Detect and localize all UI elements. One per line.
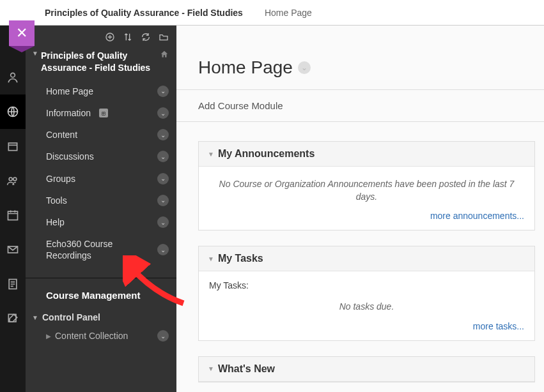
more-announcements-link[interactable]: more announcements... [209,211,524,221]
card-header[interactable]: ▼ What's New [199,357,534,382]
announcements-card: ▼ My Announcements No Course or Organiza… [198,141,535,230]
main-content: Home Page ⌄ Add Course Module ▼ My Annou… [176,26,544,392]
tasks-subheading: My Tasks: [209,280,524,290]
caret-icon: ▶ [46,333,55,340]
chevron-down-icon[interactable]: ⌄ [157,151,169,162]
breadcrumb-page[interactable]: Home Page [265,8,312,18]
nav-menu: Home Page⌄ Information⊞⌄ Content⌄ Discus… [26,80,176,275]
chevron-down-icon[interactable]: ⌄ [157,330,169,342]
add-icon[interactable] [105,32,115,42]
chevron-down-icon[interactable]: ⌄ [157,86,169,97]
add-course-module-button[interactable]: Add Course Module [176,90,544,121]
info-badge: ⊞ [99,109,108,117]
folder-icon[interactable] [159,32,169,42]
document-icon[interactable] [0,267,26,301]
chevron-down-icon[interactable]: ⌄ [157,129,169,140]
sidebar-item-groups[interactable]: Groups⌄ [26,168,176,190]
breadcrumb-course[interactable]: Principles of Quality Assurance - Field … [45,8,243,18]
calendar-icon[interactable] [0,198,26,232]
sidebar-item-tools[interactable]: Tools⌄ [26,190,176,211]
sidebar-item-information[interactable]: Information⊞⌄ [26,102,176,124]
card-title: What's New [218,363,275,375]
annotation-arrow [123,255,193,319]
gear-icon[interactable]: ⌄ [298,61,311,74]
chevron-down-icon[interactable]: ⌄ [157,216,169,228]
chevron-down-icon[interactable]: ⌄ [157,173,169,185]
course-title: Principles of Quality Assurance - Field … [41,50,160,74]
chevron-down-icon[interactable]: ⌄ [157,107,169,119]
chevron-down-icon[interactable]: ⌄ [157,195,169,206]
collapse-icon: ▼ [208,365,214,372]
collapse-icon: ▼ [208,151,214,158]
chevron-down-icon[interactable]: ⌄ [157,244,169,255]
close-tail [9,46,35,52]
reorder-icon[interactable] [123,32,133,42]
card-title: My Announcements [218,148,315,160]
svg-rect-2 [8,143,17,151]
svg-point-3 [9,177,12,181]
edit-icon[interactable] [0,301,26,336]
content-collection-row[interactable]: ▶ Content Collection ⌄ [26,326,176,345]
whats-new-card: ▼ What's New [198,356,535,382]
sidebar-item-content[interactable]: Content⌄ [26,124,176,146]
more-tasks-link[interactable]: more tasks... [209,321,524,331]
page-title: Home Page [198,57,293,78]
card-header[interactable]: ▼ My Tasks [199,246,534,271]
close-icon: ✕ [16,25,27,41]
course-header[interactable]: ▼ Principles of Quality Assurance - Fiel… [26,46,176,80]
sidebar: ▼ Principles of Quality Assurance - Fiel… [26,26,176,392]
sidebar-item-help[interactable]: Help⌄ [26,211,176,233]
page-title-row: Home Page ⌄ [176,26,544,89]
mail-icon[interactable] [0,232,26,267]
globe-icon[interactable] [0,94,26,129]
top-bar: Principles of Quality Assurance - Field … [0,0,544,26]
tasks-card: ▼ My Tasks My Tasks: No tasks due. more … [198,246,535,341]
icon-rail [0,26,26,392]
card-header[interactable]: ▼ My Announcements [199,142,534,167]
expand-icon: ▼ [31,314,40,321]
sidebar-item-home-page[interactable]: Home Page⌄ [26,80,176,102]
card-title: My Tasks [218,253,263,264]
svg-point-4 [13,177,17,181]
close-button[interactable]: ✕ [9,20,35,46]
tasks-empty: No tasks due. [209,298,524,321]
refresh-icon[interactable] [141,32,151,42]
person-icon[interactable] [0,60,26,94]
home-icon[interactable] [160,50,169,61]
announcements-empty: No Course or Organization Announcements … [209,176,524,211]
people-icon[interactable] [0,163,26,198]
svg-point-0 [11,73,15,77]
sidebar-toolbar [26,26,176,46]
box-icon[interactable] [0,129,26,163]
sidebar-item-discussions[interactable]: Discussions⌄ [26,146,176,167]
collapse-icon: ▼ [208,255,214,262]
svg-rect-5 [8,211,18,220]
